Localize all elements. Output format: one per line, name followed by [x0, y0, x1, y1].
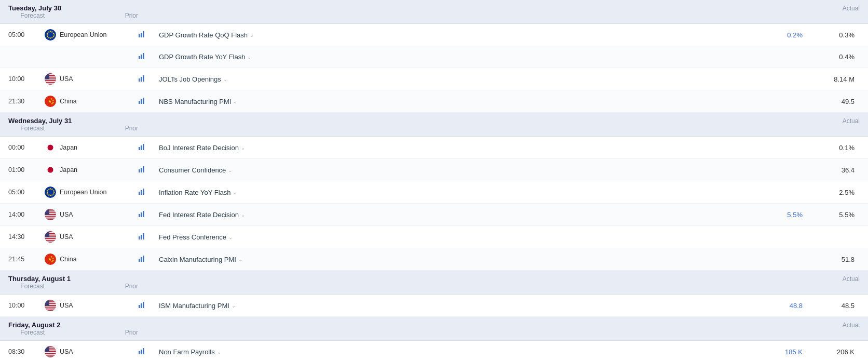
forecast-value: 48.8 — [725, 302, 808, 310]
chevron-icon: ⌄ — [233, 190, 237, 195]
col-forecast: Forecast — [8, 283, 45, 290]
country-flag-usa — [45, 300, 56, 311]
svg-rect-157 — [45, 356, 56, 357]
table-row[interactable]: GDP Growth Rate YoY Flash ⌄ 0.4% — [0, 46, 868, 68]
svg-rect-153 — [45, 353, 56, 354]
event-name[interactable]: Non Farm Payrolls ⌄ — [159, 348, 642, 356]
prior-value: 36.4 — [808, 166, 860, 174]
prior-value: 0.3% — [808, 31, 860, 39]
table-row[interactable]: 10:00 USA — [0, 295, 868, 317]
event-name[interactable]: BoJ Interest Rate Decision ⌄ — [159, 144, 642, 152]
country-name: Japan — [60, 166, 77, 174]
svg-rect-141 — [141, 303, 142, 308]
event-name[interactable]: NBS Manufacturing PMI ⌄ — [159, 98, 642, 105]
table-row[interactable]: 00:00 Japan BoJ Interest Rate Decision ⌄ — [0, 137, 868, 159]
svg-rect-145 — [45, 346, 56, 347]
svg-rect-142 — [143, 302, 144, 308]
day-title: Thursday, August 1 — [8, 275, 159, 283]
svg-rect-21 — [45, 73, 56, 74]
forecast-value: 0.2% — [725, 31, 808, 39]
country-name: USA — [60, 211, 73, 218]
event-name[interactable]: Caixin Manufacturing PMI ⌄ — [159, 256, 642, 263]
country-cell: ★ ★ ★ ★ ★ China — [45, 254, 138, 265]
svg-rect-155 — [45, 355, 56, 356]
event-time: 14:30 — [8, 233, 45, 241]
chart-icon — [138, 97, 159, 106]
chart-icon — [138, 143, 159, 152]
svg-rect-57 — [143, 166, 144, 172]
svg-rect-132 — [45, 306, 56, 307]
col-actual: Actual — [808, 5, 860, 12]
col-actual: Actual — [808, 322, 860, 329]
svg-rect-50 — [139, 147, 140, 150]
country-name: USA — [60, 75, 73, 83]
table-row[interactable]: 14:00 USA — [0, 204, 868, 226]
chart-icon — [138, 348, 159, 356]
table-row[interactable]: 21:45 ★ ★ ★ ★ ★ China Caixin Manufacturi… — [0, 248, 868, 271]
svg-rect-88 — [45, 219, 56, 220]
svg-rect-108 — [45, 242, 56, 243]
table-row[interactable]: 05:00 ★★★★★★★★★★★★ European Union Inflat… — [0, 181, 868, 204]
event-time: 14:00 — [8, 211, 45, 218]
table-row[interactable]: 01:00 Japan Consumer Confidence ⌄ 3 — [0, 159, 868, 181]
svg-rect-152 — [45, 352, 56, 353]
event-name[interactable]: Fed Interest Rate Decision ⌄ — [159, 211, 642, 219]
country-cell: ★ ★ ★ ★ ★ China — [45, 96, 138, 107]
svg-rect-76 — [45, 209, 56, 210]
country-cell: USA — [45, 231, 138, 243]
table-row[interactable]: 05:00 ★★★★★★★★★★★★ European Union GDP Gr… — [0, 24, 868, 46]
table-row[interactable]: 21:30 ★ ★ ★ ★ ★ China NBS Manufacturing … — [0, 90, 868, 113]
svg-rect-28 — [45, 79, 56, 81]
country-flag-japan — [45, 142, 56, 153]
event-time: 21:30 — [8, 98, 45, 105]
event-time: 10:00 — [8, 302, 45, 309]
svg-point-49 — [48, 145, 53, 151]
svg-rect-71 — [139, 192, 140, 195]
event-name[interactable]: Inflation Rate YoY Flash ⌄ — [159, 189, 642, 196]
country-flag-eu: ★★★★★★★★★★★★ — [45, 186, 56, 198]
chevron-icon: ⌄ — [241, 145, 245, 151]
svg-rect-112 — [141, 235, 142, 239]
chart-icon — [138, 31, 159, 39]
table-row[interactable]: 14:30 USA — [0, 226, 868, 248]
svg-rect-105 — [45, 239, 56, 240]
event-name[interactable]: Consumer Confidence ⌄ — [159, 166, 642, 174]
event-name[interactable]: ISM Manufacturing PMI ⌄ — [159, 302, 642, 310]
chart-icon — [138, 166, 159, 175]
svg-rect-55 — [139, 169, 140, 172]
country-name: China — [60, 98, 77, 105]
chart-icon — [138, 255, 159, 264]
country-flag-china: ★ ★ ★ ★ ★ — [45, 254, 56, 265]
chart-icon — [138, 233, 159, 242]
day-title: Wednesday, July 31 — [8, 117, 159, 125]
country-name: USA — [60, 233, 73, 241]
svg-rect-15 — [143, 31, 144, 37]
country-cell: USA — [45, 209, 138, 220]
svg-rect-37 — [141, 77, 142, 82]
prior-value: 0.1% — [808, 144, 860, 152]
svg-rect-104 — [45, 238, 56, 239]
table-row[interactable]: 10:00 USA — [0, 68, 868, 90]
prior-value: 5.5% — [808, 211, 860, 219]
event-time: 10:00 — [8, 75, 45, 83]
country-flag-usa — [45, 73, 56, 85]
country-flag-china: ★ ★ ★ ★ ★ — [45, 96, 56, 107]
col-forecast: Forecast — [8, 12, 45, 19]
svg-rect-122 — [143, 256, 144, 262]
table-row[interactable]: 08:30 USA — [0, 341, 868, 360]
prior-value: 49.5 — [808, 98, 860, 105]
event-name[interactable]: GDP Growth Rate QoQ Flash ⌄ — [159, 31, 642, 39]
event-name[interactable]: JOLTs Job Openings ⌄ — [159, 75, 642, 83]
col-prior: Prior — [45, 329, 138, 336]
chevron-icon: ⌄ — [217, 349, 221, 355]
forecast-value: 185 K — [725, 348, 808, 356]
col-prior: Prior — [45, 12, 138, 19]
day-header-1: Wednesday, July 31 Actual Forecast Prior — [0, 113, 868, 137]
event-time: 05:00 — [8, 31, 45, 38]
chevron-icon: ⌄ — [228, 234, 233, 240]
country-cell: USA — [45, 346, 138, 357]
prior-value: 51.8 — [808, 256, 860, 263]
event-name[interactable]: GDP Growth Rate YoY Flash ⌄ — [159, 53, 642, 61]
event-name[interactable]: Fed Press Conference ⌄ — [159, 233, 642, 241]
event-time: 00:00 — [8, 144, 45, 151]
